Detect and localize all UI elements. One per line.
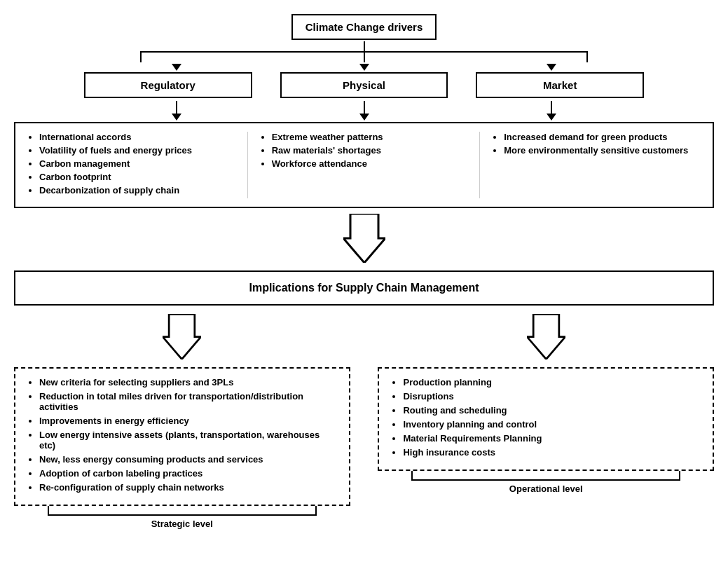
right-arrowhead-wrap (459, 64, 644, 71)
category-boxes-row: Regulatory Physical Market (84, 72, 644, 98)
physical-items-list: Extreme weather patterns Raw materials' … (259, 132, 469, 169)
strat-item-2: Reduction in total miles driven for tran… (39, 391, 338, 412)
phys-item-3: Workforce attendance (272, 158, 469, 169)
svg-marker-0 (343, 214, 385, 263)
regulatory-items-col: International accords Volatility of fuel… (15, 132, 248, 198)
strategic-items-box: New criteria for selecting suppliers and… (14, 367, 350, 506)
right-arrowhead (547, 64, 556, 71)
phys-item-2: Raw materials' shortages (272, 145, 469, 156)
phys-arrow-shaft (364, 101, 365, 114)
market-box: Market (476, 72, 644, 98)
strategic-items-list: New criteria for selecting suppliers and… (27, 377, 338, 493)
op-item-3: Routing and scheduling (403, 405, 701, 416)
reg-item-2: Volatility of fuels and energy prices (39, 145, 236, 156)
implications-label: Implications for Supply Chain Management (249, 282, 479, 294)
left-arrowhead (172, 64, 181, 71)
bottom-row: New criteria for selecting suppliers and… (14, 308, 714, 529)
reg-arrow-shaft (176, 101, 177, 114)
market-item-2: More environmentally sensitive customers (504, 145, 701, 156)
reg-item-3: Carbon management (39, 158, 236, 169)
operational-col: Production planning Disruptions Routing … (378, 308, 714, 494)
strategic-hollow-arrow (163, 314, 201, 362)
market-arrow-head (547, 114, 556, 121)
phys-item-1: Extreme weather patterns (272, 132, 469, 142)
strat-item-5: New, less energy consuming products and … (39, 454, 338, 465)
strategic-bracket-row: Strategic level (14, 506, 350, 529)
market-arrow-shaft (551, 101, 552, 114)
center-shaft (364, 51, 365, 62)
reg-arrow-down (84, 101, 269, 121)
op-item-5: Material Requirements Planning (403, 433, 701, 444)
phys-arrow-head (359, 114, 369, 121)
regulatory-box: Regulatory (84, 72, 252, 98)
physical-label: Physical (343, 79, 385, 91)
top-connector (84, 41, 644, 62)
three-arrowheads-row (84, 64, 644, 71)
three-down-arrows-row (84, 101, 644, 121)
operational-items-box: Production planning Disruptions Routing … (378, 367, 714, 471)
strat-item-6: Adoption of carbon labeling practices (39, 468, 338, 479)
strat-item-3: Improvements in energy efficiency (39, 416, 338, 426)
strategic-level-label: Strategic level (151, 519, 213, 529)
market-items-col: Increased demand for green products More… (480, 132, 713, 198)
operational-level-label: Operational level (509, 484, 583, 494)
regulatory-items-list: International accords Volatility of fuel… (27, 132, 236, 196)
op-item-1: Production planning (403, 377, 701, 388)
market-arrow-down (459, 101, 644, 121)
op-item-4: Inventory planning and control (403, 419, 701, 430)
operational-bracket-row: Operational level (378, 471, 714, 494)
physical-items-col: Extreme weather patterns Raw materials' … (248, 132, 481, 198)
right-shaft (586, 51, 588, 62)
diagram: Climate Change drivers Regulatory Physic… (14, 14, 714, 529)
strat-item-1: New criteria for selecting suppliers and… (39, 377, 338, 388)
op-item-6: High insurance costs (403, 447, 701, 458)
market-label: Market (543, 79, 577, 91)
operational-items-list: Production planning Disruptions Routing … (390, 377, 701, 458)
physical-box: Physical (280, 72, 448, 98)
left-shaft (140, 51, 142, 62)
market-items-list: Increased demand for green products More… (491, 132, 701, 156)
phys-arrow-down (272, 101, 457, 121)
strategic-bracket (48, 506, 317, 516)
strat-item-7: Re-configuration of supply chain network… (39, 482, 338, 493)
svg-marker-1 (163, 314, 201, 359)
regulatory-label: Regulatory (141, 79, 195, 91)
strategic-col: New criteria for selecting suppliers and… (14, 308, 350, 529)
market-item-1: Increased demand for green products (504, 132, 701, 142)
reg-item-4: Carbon footprint (39, 172, 236, 182)
left-arrowhead-wrap (84, 64, 269, 71)
strat-item-4: Low energy intensive assets (plants, tra… (39, 430, 338, 451)
big-hollow-arrow (343, 214, 385, 265)
title-text: Climate Change drivers (305, 21, 423, 33)
implications-box: Implications for Supply Chain Management (14, 270, 714, 306)
reg-arrow-head (172, 114, 181, 121)
center-arrowhead (359, 64, 369, 71)
svg-marker-2 (527, 314, 565, 359)
climate-items-box: International accords Volatility of fuel… (14, 122, 714, 208)
operational-bracket (411, 471, 680, 481)
reg-item-1: International accords (39, 132, 236, 142)
operational-hollow-arrow (527, 314, 565, 362)
op-item-2: Disruptions (403, 391, 701, 402)
center-arrowhead-wrap (272, 64, 457, 71)
title-box: Climate Change drivers (291, 14, 437, 40)
center-shaft-top (364, 41, 365, 51)
reg-item-5: Decarbonization of supply chain (39, 185, 236, 196)
